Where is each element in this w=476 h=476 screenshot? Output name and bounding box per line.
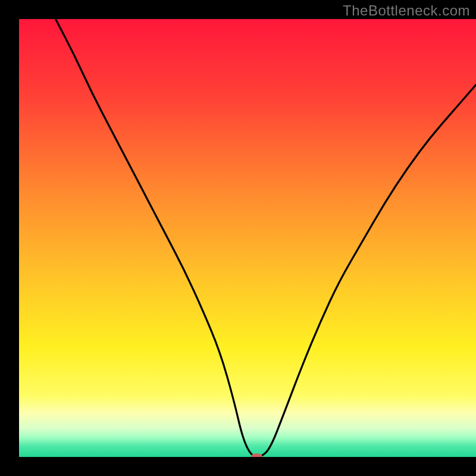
bottleneck-chart	[0, 0, 476, 476]
chart-frame: TheBottleneck.com	[0, 0, 476, 476]
attribution-label: TheBottleneck.com	[343, 2, 470, 19]
optimal-marker	[250, 453, 262, 461]
